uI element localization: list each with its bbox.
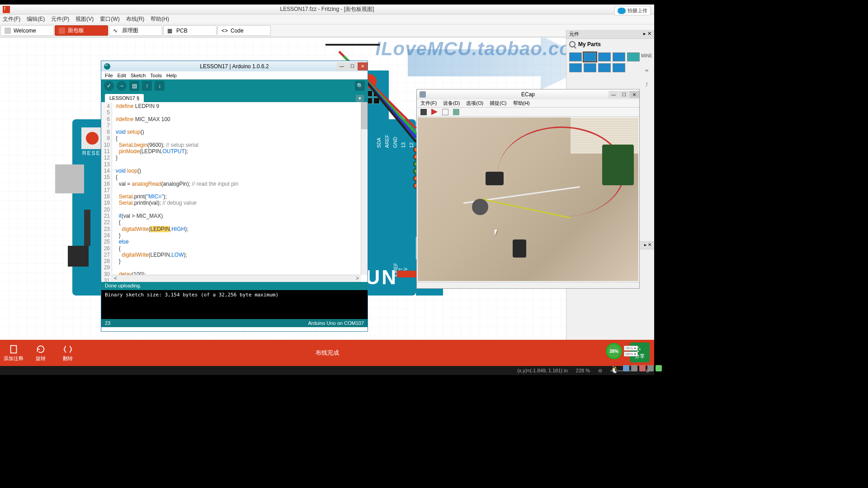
ide-menu-tools[interactable]: Tools — [150, 73, 162, 78]
verify-button[interactable]: ✓ — [104, 81, 114, 91]
fritzing-menubar: 文件(F) 编辑(E) 元件(P) 视图(V) 窗口(W) 布线(R) 帮助(H… — [0, 14, 654, 24]
code-text[interactable]: #define LEDPIN 9 #define MIC_MAX 100 voi… — [112, 102, 368, 282]
part-thumb[interactable] — [613, 52, 625, 61]
connector-module — [513, 239, 526, 258]
ecap-icon — [420, 91, 426, 98]
rotate-button[interactable]: 旋转 — [27, 343, 54, 364]
ic-chip — [84, 210, 90, 246]
part-thumb[interactable] — [598, 52, 611, 61]
ide-title: LESSON17 | Arduino 1.0.6.2 — [200, 63, 269, 70]
board-port: Arduino Uno on COM107 — [308, 320, 364, 326]
parts-search[interactable]: My Parts — [566, 39, 654, 50]
ecap-minimize-button[interactable]: — — [609, 91, 618, 98]
ecap-maximize-button[interactable]: ☐ — [619, 91, 629, 98]
menu-window[interactable]: 窗口(W) — [100, 15, 119, 23]
category-connector-icon[interactable]: ⤴ — [641, 80, 652, 89]
ide-menu-edit[interactable]: Edit — [118, 73, 126, 78]
ide-minimize-button[interactable]: — — [337, 62, 347, 70]
play-icon[interactable] — [431, 109, 438, 115]
ecap-menubar: 文件(F) 设备(D) 选项(O) 捕捉(C) 帮助(H) — [417, 99, 639, 108]
ide-close-button[interactable]: ✕ — [358, 62, 368, 70]
new-button[interactable]: ▤ — [129, 81, 139, 91]
ecap-close-button[interactable]: ✕ — [629, 91, 639, 98]
zoom-display: 228 % — [576, 368, 590, 373]
add-note-button[interactable]: 添加注释 — [0, 343, 27, 364]
ecap-menu-capture[interactable]: 捕捉(C) — [490, 100, 506, 107]
fritzing-title: LESSON17.fzz - Fritzing - [面包板视图] — [280, 5, 374, 13]
ide-console: Binary sketch size: 3,154 bytes (of a 32… — [101, 290, 368, 319]
menu-part[interactable]: 元件(P) — [51, 15, 69, 23]
zoom-out-button[interactable]: ⊖ — [598, 368, 602, 374]
part-thumb[interactable] — [613, 63, 625, 72]
ide-menu-file[interactable]: File — [105, 73, 113, 78]
flip-button[interactable]: 翻转 — [54, 343, 81, 364]
ecap-menu-options[interactable]: 选项(O) — [466, 100, 483, 107]
ecap-menu-device[interactable]: 设备(D) — [443, 100, 460, 107]
serial-monitor-button[interactable]: 🔍 — [355, 81, 365, 91]
menu-file[interactable]: 文件(F) — [3, 15, 20, 23]
stop-icon[interactable] — [442, 109, 448, 115]
reset-button[interactable] — [81, 127, 103, 149]
power-jack — [68, 246, 89, 267]
tray-icon[interactable] — [656, 365, 662, 371]
part-thumb[interactable] — [584, 63, 596, 72]
tab-code[interactable]: <>Code — [217, 25, 271, 36]
part-thumb[interactable] — [569, 63, 582, 72]
ide-menu-sketch[interactable]: Sketch — [131, 73, 146, 78]
parts-header[interactable]: 元件▸ ✕ — [566, 30, 654, 39]
save-button[interactable]: ↓ — [155, 81, 165, 91]
video-preview — [418, 117, 638, 281]
upload-button[interactable]: 拍摄上传 — [614, 6, 651, 15]
fritzing-titlebar[interactable]: LESSON17.fzz - Fritzing - [面包板视图] — ☐ ✕ — [0, 5, 654, 14]
line-number: 23 — [105, 320, 110, 326]
coords-display: (x,y)=(-1.849, 1.181) in — [517, 368, 568, 373]
part-thumb[interactable] — [569, 52, 582, 61]
mouse-cursor — [495, 230, 500, 238]
upload-button[interactable]: → — [117, 81, 127, 91]
menu-edit[interactable]: 编辑(E) — [27, 15, 45, 23]
category-mine[interactable]: MINE — [641, 51, 652, 61]
vertical-scrollbar[interactable] — [361, 102, 368, 275]
tab-schematic[interactable]: ∿原理图 — [109, 25, 162, 36]
line-gutter: 4 5 6 7 8 9 10 11 12 13 14 15 16 17 18 1… — [101, 102, 112, 282]
qq-penguin-icon[interactable]: 🐧 — [610, 365, 621, 374]
code-icon: <> — [222, 28, 228, 34]
category-link-icon[interactable]: ∞ — [641, 65, 652, 75]
menu-view[interactable]: 视图(V) — [75, 15, 94, 23]
menu-help[interactable]: 帮助(H) — [151, 15, 169, 23]
part-thumb[interactable] — [598, 63, 611, 72]
perf-indicator: 0K/s ● — [624, 352, 638, 357]
part-thumb[interactable] — [627, 52, 640, 61]
tab-dropdown-button[interactable]: ▼ — [356, 95, 364, 102]
ide-tab-strip: LESSON17 § ▼ — [101, 92, 368, 102]
view-tabs: Welcome 面包板 ∿原理图 ▦PCB <>Code — [0, 24, 654, 37]
battery-gauge: 38% — [606, 343, 622, 359]
image-icon[interactable] — [453, 109, 459, 115]
part-thumb[interactable] — [584, 52, 596, 61]
tab-breadboard[interactable]: 面包板 — [55, 25, 108, 36]
tray-icon[interactable] — [639, 365, 646, 371]
tab-welcome[interactable]: Welcome — [0, 25, 54, 36]
breadboard-icon — [59, 28, 65, 34]
ide-menu-help[interactable]: Help — [166, 73, 177, 78]
ecap-menu-file[interactable]: 文件(F) — [420, 100, 437, 107]
ide-footer: 23 Arduino Uno on COM107 — [101, 319, 368, 327]
ide-titlebar[interactable]: LESSON17 | Arduino 1.0.6.2 — ☐ ✕ — [101, 61, 368, 71]
menu-route[interactable]: 布线(R) — [126, 15, 145, 23]
ecap-statusbar — [417, 282, 639, 288]
tray-icon[interactable] — [623, 365, 629, 371]
ecap-titlebar[interactable]: ECap — ☐ ✕ — [417, 89, 639, 99]
tray-icon[interactable] — [631, 365, 637, 371]
ecap-menu-help[interactable]: 帮助(H) — [513, 100, 530, 107]
ide-maximize-button[interactable]: ☐ — [347, 62, 357, 70]
code-editor[interactable]: 4 5 6 7 8 9 10 11 12 13 14 15 16 17 18 1… — [101, 102, 368, 282]
camera-icon[interactable] — [420, 109, 427, 115]
horizontal-scrollbar[interactable]: <> — [112, 275, 361, 282]
tab-pcb[interactable]: ▦PCB — [163, 25, 217, 36]
parts-category-tabs[interactable]: MINE ∞ ⤴ — [641, 51, 652, 89]
ecap-toolbar — [417, 108, 639, 117]
tray-icon[interactable] — [647, 365, 654, 371]
sketch-tab[interactable]: LESSON17 § — [105, 94, 144, 102]
open-button[interactable]: ↑ — [142, 81, 152, 91]
fritzing-app-icon — [3, 6, 10, 13]
